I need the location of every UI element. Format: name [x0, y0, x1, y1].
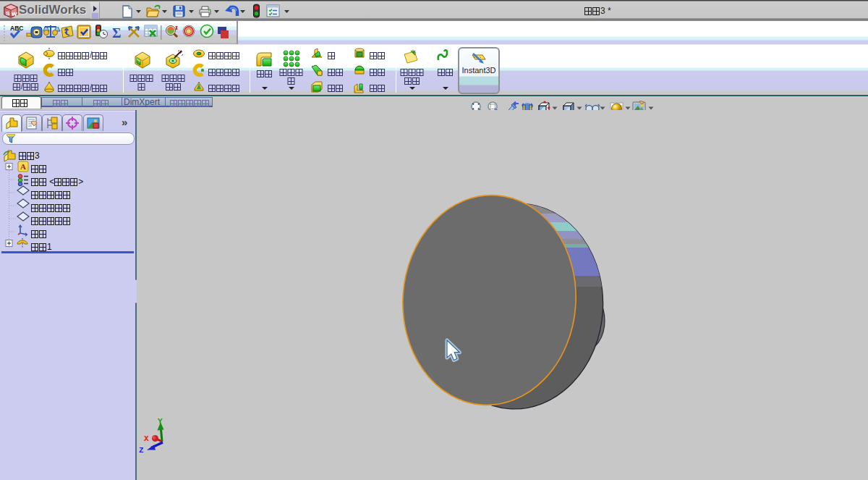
svg-text:S: S — [6, 10, 10, 17]
svg-text:X: X — [144, 434, 149, 443]
svg-text:A: A — [20, 162, 26, 171]
svg-text:Z: Z — [139, 446, 144, 455]
svg-text:W: W — [12, 11, 17, 17]
svg-text:ABC: ABC — [10, 25, 23, 32]
svg-text:Y: Y — [158, 417, 163, 426]
svg-text:Σ: Σ — [112, 25, 121, 41]
